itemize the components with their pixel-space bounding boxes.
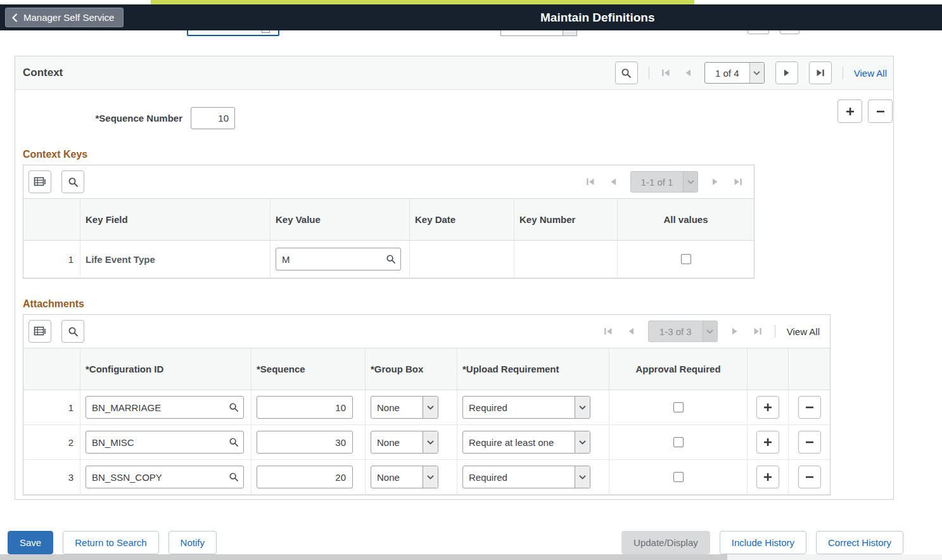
column-header-add [748, 348, 789, 390]
configuration-id-lookup-field [86, 431, 244, 454]
row-range-selector: 1-3 of 3 [648, 321, 718, 342]
page-title: Maintain Definitions [540, 4, 655, 30]
chevron-down-icon [575, 397, 590, 418]
sequence-number-label: *Sequence Number [15, 113, 182, 124]
attachments-pager: 1-3 of 3 View All [602, 321, 820, 342]
sequence-input[interactable] [257, 396, 353, 419]
context-last-page-button[interactable] [809, 61, 832, 84]
context-groupbox: Context 1 of 4 [15, 56, 894, 500]
attachments-table: *Configuration ID *Sequence *Group Box *… [23, 348, 830, 495]
context-search-button[interactable] [615, 61, 638, 84]
chevron-down-icon [575, 466, 590, 488]
group-box-select[interactable]: None [371, 396, 438, 419]
context-first-page-button[interactable] [660, 67, 671, 79]
search-icon [68, 177, 79, 188]
delete-row-cell [789, 460, 830, 495]
delete-row-button[interactable] [798, 431, 821, 454]
approval-required-checkbox[interactable] [673, 472, 684, 482]
upload-requirement-select[interactable]: Required [462, 466, 590, 488]
add-row-button[interactable] [756, 431, 779, 454]
context-keys-table: Key Field Key Value Key Date Key Number … [23, 198, 754, 278]
key-number-cell [514, 241, 618, 278]
configuration-id-input[interactable] [86, 437, 224, 448]
correct-history-button[interactable]: Correct History [816, 531, 903, 554]
sequence-input[interactable] [257, 431, 353, 454]
group-box-cell: None [366, 425, 457, 460]
notify-button[interactable]: Notify [169, 531, 217, 554]
chevron-down-icon [749, 63, 764, 83]
back-button[interactable]: Manager Self Service [5, 8, 124, 27]
add-row-button[interactable] [837, 99, 862, 123]
plus-icon [763, 437, 773, 447]
column-header-key-number: Key Number [514, 199, 618, 241]
context-keys-heading: Context Keys [23, 149, 893, 160]
row-number: 1 [23, 390, 80, 425]
separator [843, 67, 843, 79]
group-box-select[interactable]: None [371, 466, 438, 488]
first-page-button [585, 176, 596, 188]
upload-requirement-select[interactable]: Required [462, 396, 590, 419]
grid-icon [34, 326, 46, 337]
context-next-page-button[interactable] [775, 61, 798, 84]
column-header-all-values: All values [618, 199, 754, 241]
configuration-id-cell [80, 460, 251, 495]
grid-search-button[interactable] [61, 170, 84, 193]
attachments-toolbar: 1-3 of 3 View All [23, 315, 830, 348]
sequence-number-row: *Sequence Number [15, 107, 893, 129]
update-display-button[interactable]: Update/Display [621, 531, 710, 554]
context-keys-toolbar-actions [29, 170, 84, 193]
add-row-button[interactable] [756, 396, 779, 419]
key-value-lookup-button[interactable] [381, 248, 400, 270]
column-header-empty [23, 199, 80, 241]
group-box-select[interactable]: None [371, 431, 438, 454]
configuration-id-input[interactable] [86, 472, 224, 483]
column-header-key-field: Key Field [80, 199, 271, 241]
configuration-id-lookup-button[interactable] [224, 397, 243, 418]
delete-row-button[interactable] [798, 466, 821, 488]
sequence-number-input[interactable] [191, 107, 235, 129]
attachments-view-all-link[interactable]: View All [787, 326, 820, 337]
plus-icon [763, 472, 773, 482]
grid-action-menu-button[interactable] [29, 170, 51, 193]
context-keys-grid: 1-1 of 1 Key Field Key Value [23, 165, 754, 279]
context-keys-pager: 1-1 of 1 [585, 171, 744, 193]
add-row-button[interactable] [756, 466, 779, 488]
context-page-selector[interactable]: 1 of 4 [704, 62, 765, 84]
configuration-id-input[interactable] [86, 402, 224, 413]
column-header-delete [789, 348, 830, 390]
previous-page-icon [683, 68, 693, 78]
configuration-id-lookup-button[interactable] [224, 466, 243, 488]
grid-action-menu-button[interactable] [29, 320, 51, 343]
save-button[interactable]: Save [8, 531, 53, 554]
upload-requirement-select[interactable]: Require at least one [462, 431, 590, 454]
last-page-icon [753, 326, 763, 336]
return-to-search-button[interactable]: Return to Search [63, 531, 158, 554]
all-values-checkbox[interactable] [681, 254, 691, 264]
upload-requirement-value: Require at least one [463, 431, 575, 453]
configuration-id-lookup-button[interactable] [224, 431, 243, 453]
delete-row-button[interactable] [798, 396, 821, 419]
context-previous-page-button[interactable] [682, 67, 694, 79]
all-values-cell [618, 241, 754, 278]
sequence-input[interactable] [257, 466, 353, 488]
top-strip-green-bar [151, 0, 694, 4]
upload-requirement-cell: Required [457, 390, 609, 425]
next-page-button [729, 326, 741, 337]
separator [775, 325, 775, 338]
approval-required-checkbox[interactable] [673, 437, 684, 447]
search-icon [386, 254, 396, 264]
add-row-cell [748, 425, 789, 460]
approval-required-checkbox[interactable] [673, 402, 684, 412]
horizontal-scrollbar-thumb[interactable] [0, 554, 727, 560]
include-history-button[interactable]: Include History [720, 531, 806, 554]
context-view-all-link[interactable]: View All [854, 68, 887, 79]
next-page-icon [730, 326, 740, 336]
attachments-heading: Attachments [23, 298, 893, 310]
grid-search-button[interactable] [61, 320, 84, 343]
group-box-cell: None [366, 460, 457, 495]
key-value-input[interactable] [276, 254, 381, 265]
previous-page-button [608, 176, 619, 188]
horizontal-scrollbar[interactable] [0, 554, 942, 560]
delete-row-button[interactable] [868, 99, 893, 123]
configuration-id-lookup-field [86, 396, 244, 419]
